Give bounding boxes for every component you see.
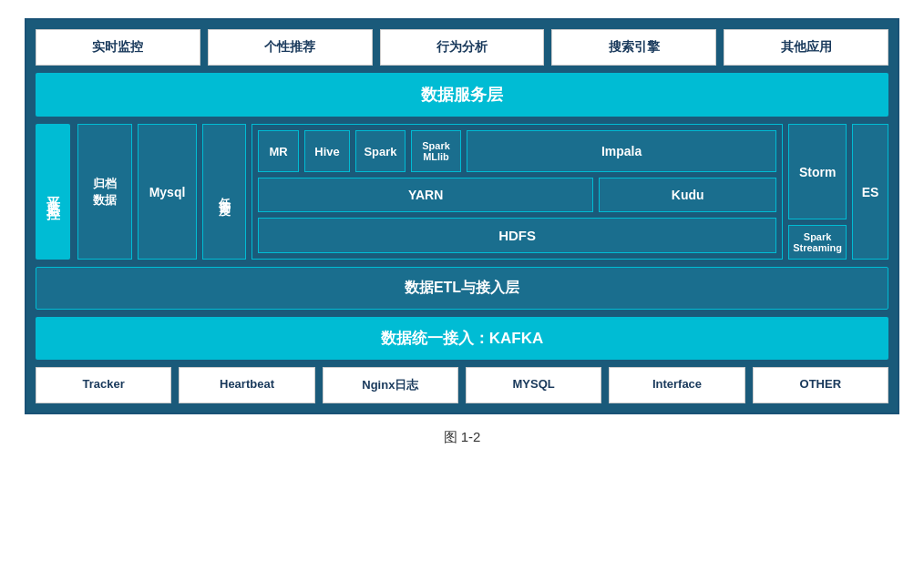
- compute-row: 归档数据 Mysql 任务调度 MR Hive Spark SparkML: [77, 124, 888, 260]
- sources-row: Tracker Heartbeat Nginx日志 MYSQL Interfac…: [36, 367, 888, 403]
- app-search-engine: 搜索引擎: [551, 29, 716, 66]
- engines-top-row: MR Hive Spark SparkMLlib Impala: [258, 130, 776, 172]
- spark-streaming-box: SparkStreaming: [788, 225, 847, 260]
- mysql-box: Mysql: [138, 124, 197, 260]
- source-tracker: Tracker: [36, 367, 171, 403]
- source-other: OTHER: [753, 367, 888, 403]
- kudu-box: Kudu: [599, 178, 776, 212]
- app-other-apps: 其他应用: [724, 29, 888, 66]
- storm-es-col: Storm SparkStreaming: [788, 124, 847, 260]
- inner-content: 归档数据 Mysql 任务调度 MR Hive Spark SparkML: [77, 124, 888, 260]
- app-personalized-recommend: 个性推荐: [208, 29, 373, 66]
- page-wrapper: 实时监控 个性推荐 行为分析 搜索引擎 其他应用 数据服务层 平台监控 归档数据…: [0, 0, 924, 581]
- engines-with-es: MR Hive Spark SparkMLlib Impala YARN Kud…: [252, 124, 888, 260]
- mr-box: MR: [258, 130, 299, 172]
- top-apps-row: 实时监控 个性推荐 行为分析 搜索引擎 其他应用: [36, 29, 888, 66]
- source-heartbeat: Heartbeat: [179, 367, 314, 403]
- spark-box: Spark: [355, 130, 406, 172]
- figure-caption: 图 1-2: [444, 429, 481, 446]
- task-scheduler-box: 任务调度: [202, 124, 246, 260]
- data-service-layer: 数据服务层: [36, 73, 888, 117]
- spark-mllib-box: SparkMLlib: [411, 130, 461, 172]
- yarn-box: YARN: [258, 178, 593, 212]
- app-realtime-monitor: 实时监控: [36, 29, 200, 66]
- app-behavior-analysis: 行为分析: [380, 29, 545, 66]
- es-box: ES: [852, 124, 888, 260]
- engines-main: MR Hive Spark SparkMLlib Impala YARN Kud…: [252, 124, 783, 260]
- source-nginx-log: Nginx日志: [323, 367, 458, 403]
- storm-box: Storm: [788, 124, 847, 219]
- etl-layer: 数据ETL与接入层: [36, 267, 888, 310]
- main-content-area: 平台监控 归档数据 Mysql 任务调度 MR H: [36, 124, 888, 260]
- yarn-kudu-row: YARN Kudu: [258, 178, 776, 212]
- source-interface: Interface: [609, 367, 744, 403]
- archive-data-box: 归档数据: [77, 124, 132, 260]
- platform-monitor: 平台监控: [36, 124, 70, 260]
- source-mysql: MYSQL: [466, 367, 601, 403]
- hive-box: Hive: [304, 130, 350, 172]
- architecture-diagram: 实时监控 个性推荐 行为分析 搜索引擎 其他应用 数据服务层 平台监控 归档数据…: [25, 18, 899, 414]
- kafka-layer: 数据统一接入：KAFKA: [36, 317, 888, 360]
- impala-box: Impala: [467, 130, 776, 172]
- hdfs-box: HDFS: [258, 218, 776, 253]
